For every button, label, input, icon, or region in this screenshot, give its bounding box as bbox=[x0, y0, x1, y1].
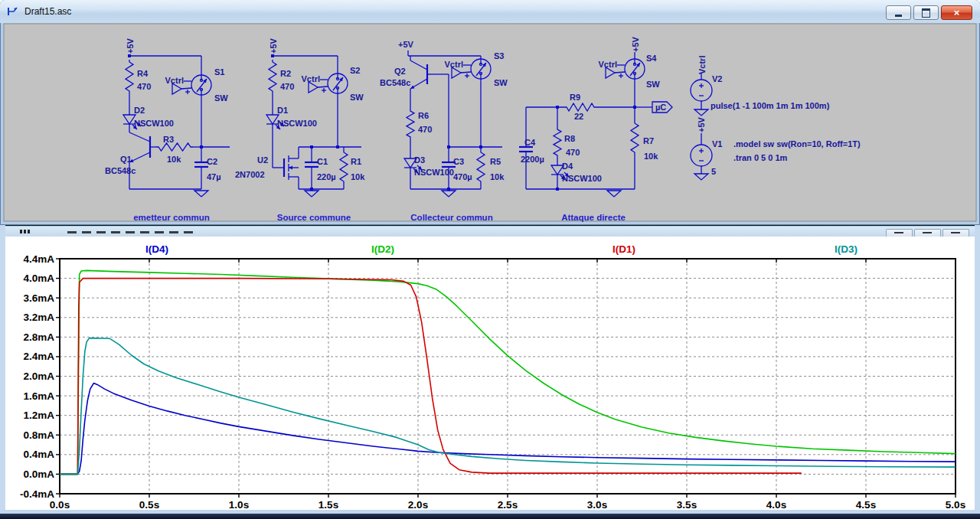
schematic-label: R4 bbox=[137, 69, 149, 78]
schematic-label: 220µ bbox=[317, 172, 336, 181]
schematic-label: R5 bbox=[490, 157, 501, 166]
y-axis-tick-label: 2.0mA bbox=[23, 370, 54, 382]
schematic-label: R3 bbox=[163, 135, 174, 144]
waveform-icon bbox=[20, 230, 31, 233]
schematic-label: 10k bbox=[490, 172, 505, 181]
schematic-label: 47µ bbox=[207, 172, 221, 181]
schematic-label: S2 bbox=[350, 66, 360, 75]
desktop-edge-strip bbox=[0, 514, 980, 519]
x-axis-tick-label: 5.0s bbox=[946, 499, 965, 510]
schematic-label: Attaque directe bbox=[561, 213, 626, 222]
minimize-icon bbox=[894, 232, 903, 233]
schematic-label: Source commune bbox=[277, 213, 351, 222]
schematic-label: NSCW100 bbox=[134, 119, 174, 128]
x-axis-tick-label: 2.0s bbox=[408, 499, 428, 510]
schematic-label: D3 bbox=[414, 155, 425, 165]
schematic-label: +5V bbox=[398, 40, 414, 49]
schematic-label: 470 bbox=[137, 82, 151, 91]
restore-icon bbox=[923, 232, 932, 233]
x-axis-tick-label: 2.5s bbox=[498, 499, 518, 510]
schematic-label: Vctrl bbox=[165, 76, 184, 85]
schematic-label: V1 bbox=[712, 139, 722, 149]
x-axis-tick-label: 0.0s bbox=[50, 499, 70, 510]
legend-I(D3)[interactable]: I(D3) bbox=[835, 243, 858, 255]
schematic-label: Q2 bbox=[394, 67, 406, 76]
y-axis-tick-label: -0.4mA bbox=[20, 488, 54, 500]
schematic-label: NSCW100 bbox=[562, 174, 602, 183]
schematic-label: Vctrl bbox=[302, 74, 320, 83]
schematic-label: U2 bbox=[257, 155, 268, 165]
schematic-label: .model sw sw(Ron=10, Roff=1T) bbox=[733, 139, 861, 149]
schematic-label: SW bbox=[350, 93, 364, 102]
schematic-label: NSCW100 bbox=[277, 119, 317, 128]
y-axis-tick-label: 4.0mA bbox=[23, 273, 54, 284]
window-title: Draft15.asc bbox=[24, 6, 71, 17]
schematic-label: emetteur commun bbox=[133, 213, 210, 222]
schematic-label: .tran 0 5 0 1m bbox=[733, 153, 788, 162]
schematic-label: 470 bbox=[418, 125, 432, 134]
ltspice-schematic-icon bbox=[6, 5, 20, 18]
schematic-label: Vctrl bbox=[697, 56, 707, 74]
schematic-label: 2200µ bbox=[521, 155, 544, 164]
schematic-label: +5V bbox=[697, 116, 706, 132]
waveform-plot-svg: 4.4mA4.0mA3.6mA3.2mA2.8mA2.4mA2.0mA1.6mA… bbox=[0, 237, 980, 510]
x-axis-tick-label: 1.5s bbox=[318, 499, 338, 510]
schematic-label: 10k bbox=[351, 172, 365, 181]
minimize-icon bbox=[895, 15, 902, 17]
schematic-label: Collecteur commun bbox=[410, 213, 492, 222]
y-axis-tick-label: 1.2mA bbox=[23, 410, 54, 421]
schematic-label: C4 bbox=[524, 138, 536, 147]
schematic-label: 470 bbox=[280, 82, 294, 91]
y-axis-tick-label: 4.4mA bbox=[23, 253, 54, 265]
close-icon: × bbox=[954, 8, 960, 18]
schematic-label: µC bbox=[655, 103, 666, 112]
legend-I(D1)[interactable]: I(D1) bbox=[612, 243, 635, 255]
schematic-label: V2 bbox=[712, 74, 722, 83]
schematic-label: S4 bbox=[646, 54, 657, 63]
schematic-label: SW bbox=[646, 80, 660, 89]
schematic-window-titlebar[interactable]: Draft15.asc × bbox=[0, 0, 980, 23]
x-axis-tick-label: 4.0s bbox=[766, 499, 786, 510]
schematic-label: C1 bbox=[317, 157, 328, 166]
schematic-label: 22 bbox=[574, 112, 583, 121]
minimize-button[interactable] bbox=[886, 5, 911, 20]
schematic-label: D4 bbox=[562, 162, 573, 171]
plot-window-title-fragment bbox=[67, 231, 198, 233]
plot-window-titlebar-clipped[interactable] bbox=[0, 225, 980, 237]
schematic-label: R1 bbox=[351, 157, 361, 166]
schematic-label: +5V bbox=[126, 38, 135, 54]
schematic-label: 10k bbox=[167, 155, 181, 164]
schematic-label: C2 bbox=[207, 157, 217, 166]
schematic-label: +5V bbox=[631, 36, 640, 52]
schematic-label: R7 bbox=[643, 136, 654, 145]
restore-button[interactable] bbox=[913, 5, 939, 20]
schematic-label: BC548c bbox=[105, 166, 136, 175]
x-axis-tick-label: 0.5s bbox=[139, 499, 159, 510]
schematic-label: R6 bbox=[418, 111, 429, 120]
legend-I(D2)[interactable]: I(D2) bbox=[371, 243, 394, 255]
schematic-label: Vctrl bbox=[599, 60, 617, 69]
schematic-label: +5V bbox=[269, 38, 278, 54]
y-axis-tick-label: 1.6mA bbox=[23, 390, 54, 402]
schematic-label: Q1 bbox=[120, 155, 132, 164]
schematic-label: D1 bbox=[277, 106, 288, 115]
schematic-label: pulse(1 -1 100m 1m 1m 100m) bbox=[710, 101, 830, 110]
close-button[interactable]: × bbox=[941, 5, 972, 20]
schematic-label: 470µ bbox=[453, 172, 472, 181]
schematic-label: C3 bbox=[453, 157, 464, 166]
schematic-label: NSCW100 bbox=[414, 168, 454, 177]
schematic-label: SW bbox=[214, 93, 228, 103]
y-axis-tick-label: 0.0mA bbox=[23, 468, 54, 480]
schematic-canvas[interactable]: +5VR4470D2NSCW100Q1BC548cR310kS1SWVctrlC… bbox=[0, 23, 980, 222]
schematic-label: 2N7002 bbox=[235, 170, 265, 179]
waveform-plot[interactable]: 4.4mA4.0mA3.6mA3.2mA2.8mA2.4mA2.0mA1.6mA… bbox=[0, 237, 980, 510]
x-axis-tick-label: 4.5s bbox=[856, 499, 876, 510]
y-axis-tick-label: 2.4mA bbox=[23, 351, 54, 362]
plot-window-right-frame bbox=[975, 225, 980, 510]
legend-I(D4)[interactable]: I(D4) bbox=[145, 243, 168, 255]
y-axis-tick-label: 3.6mA bbox=[23, 292, 54, 304]
y-axis-tick-label: 0.4mA bbox=[23, 449, 54, 460]
ltspice-screen: Draft15.asc × +5VR4470D2NSCW100Q1BC548cR… bbox=[0, 0, 980, 519]
x-axis-tick-label: 3.5s bbox=[677, 499, 697, 510]
schematic-window: Draft15.asc × +5VR4470D2NSCW100Q1BC548cR… bbox=[0, 0, 980, 225]
